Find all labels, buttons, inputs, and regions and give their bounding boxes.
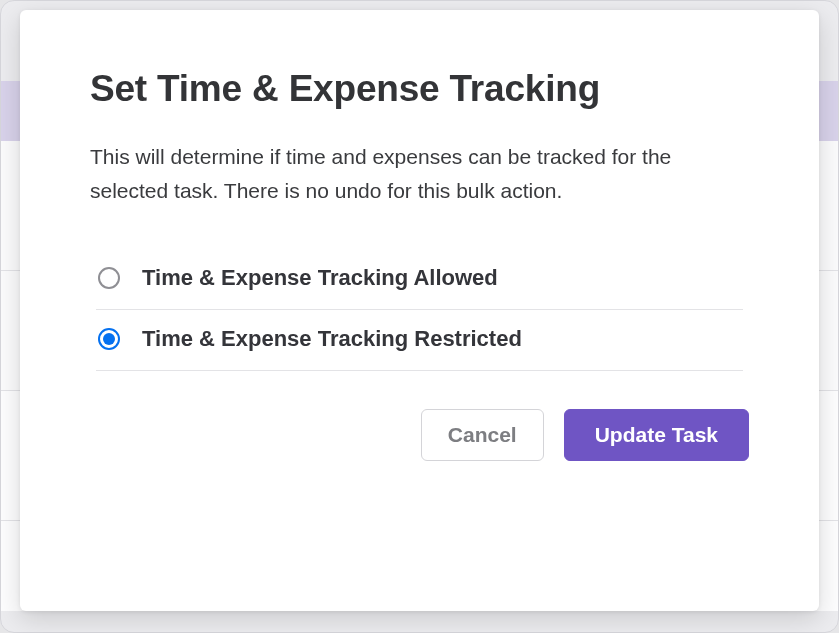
modal-title: Set Time & Expense Tracking <box>90 68 749 110</box>
radio-group: Time & Expense Tracking Allowed Time & E… <box>96 249 743 371</box>
radio-icon <box>98 267 120 289</box>
update-task-button[interactable]: Update Task <box>564 409 749 461</box>
modal-description: This will determine if time and expenses… <box>90 140 730 207</box>
modal-actions: Cancel Update Task <box>90 409 749 461</box>
cancel-button[interactable]: Cancel <box>421 409 544 461</box>
option-label: Time & Expense Tracking Allowed <box>142 265 498 291</box>
set-time-expense-modal: Set Time & Expense Tracking This will de… <box>20 10 819 611</box>
option-restricted[interactable]: Time & Expense Tracking Restricted <box>96 310 743 371</box>
option-allowed[interactable]: Time & Expense Tracking Allowed <box>96 249 743 310</box>
option-label: Time & Expense Tracking Restricted <box>142 326 522 352</box>
radio-icon <box>98 328 120 350</box>
